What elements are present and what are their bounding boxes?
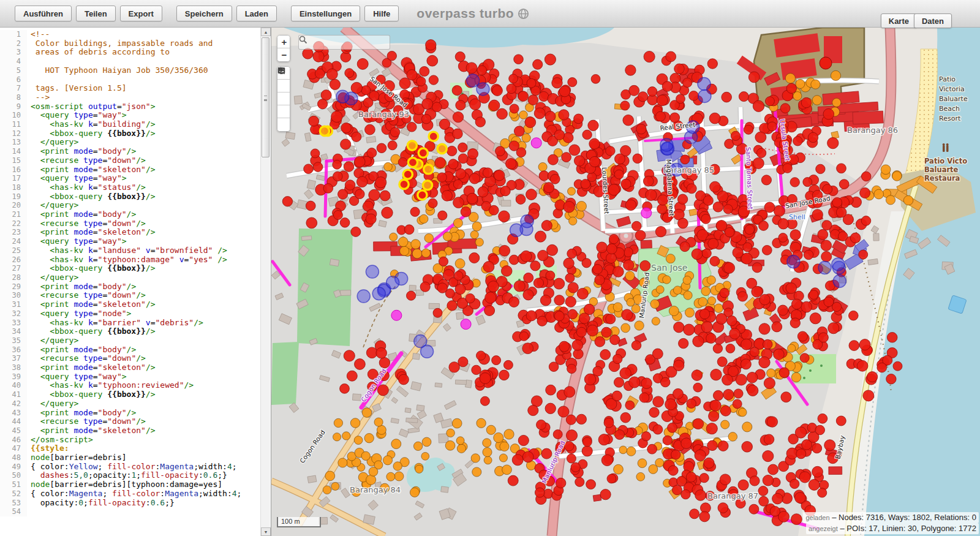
code-line[interactable]: 15 <recurse type="down"/> bbox=[0, 156, 261, 165]
marker-red bbox=[762, 246, 772, 255]
code-line[interactable]: 8 --> bbox=[0, 93, 261, 102]
code-line[interactable]: 34 <bbox-query {{bbox}}/> bbox=[0, 327, 261, 336]
marker-red bbox=[724, 262, 735, 273]
code-line[interactable]: 46</osm-script> bbox=[0, 436, 261, 445]
scrollbar-up-arrow[interactable]: ▲ bbox=[261, 28, 271, 36]
code-line[interactable]: 37 <recurse type="down"/> bbox=[0, 354, 261, 363]
code-line[interactable]: 38 <print mode="skeleton"/> bbox=[0, 363, 261, 372]
code-line[interactable]: 35 </query> bbox=[0, 336, 261, 345]
building bbox=[435, 383, 442, 387]
zoom-in-button[interactable]: + bbox=[277, 36, 290, 48]
tab-karte[interactable]: Karte bbox=[881, 13, 917, 28]
code-line[interactable]: 44 <recurse type="down"/> bbox=[0, 417, 261, 426]
marker-red bbox=[376, 348, 387, 359]
code-line[interactable]: 13 </query> bbox=[0, 138, 261, 147]
map-view[interactable]: Barangay 93Barangay 85Barangay 86Baranga… bbox=[271, 28, 980, 536]
code-line[interactable]: 4 bbox=[0, 57, 261, 66]
marker-orange bbox=[569, 217, 577, 225]
collapse-editor-button[interactable] bbox=[277, 105, 290, 118]
marker-red bbox=[624, 260, 634, 270]
code-line[interactable]: 40 <has-kv k="typhoon:reviewed"/> bbox=[0, 381, 261, 390]
marker-red bbox=[575, 477, 584, 486]
code-line[interactable]: 33 <has-kv k="barrier" v="debris"/> bbox=[0, 319, 261, 328]
code-line[interactable]: 48node[barrier=debris] bbox=[0, 453, 261, 462]
code-line[interactable]: 32 <query type="node"> bbox=[0, 309, 261, 319]
code-line[interactable]: 23 <print mode="skeleton"/> bbox=[0, 228, 261, 237]
query-editor[interactable]: 1<!--2 Color buildings, impassable roads… bbox=[0, 28, 271, 536]
code-line[interactable]: 47{{style: bbox=[0, 444, 261, 453]
code-line[interactable]: 6 bbox=[0, 75, 261, 85]
toolbar-button-laden[interactable]: Laden bbox=[236, 6, 277, 21]
code-line[interactable]: 16 <print mode="skeleton"/> bbox=[0, 165, 261, 175]
toolbar-button-ausfhren[interactable]: Ausführen bbox=[15, 6, 72, 21]
code-line[interactable]: 36 <print mode="body"/> bbox=[0, 345, 261, 355]
code-line[interactable]: 31 <print mode="skeleton"/> bbox=[0, 300, 261, 309]
code-line[interactable]: 17 <query type="way"> bbox=[0, 174, 261, 183]
code-line[interactable]: 1<!-- bbox=[0, 30, 261, 39]
abort-button[interactable] bbox=[277, 118, 290, 131]
code-line[interactable]: 51node[barrier=debris][typhoon:damage=ye… bbox=[0, 480, 261, 489]
code-line[interactable]: 2 Color buildings, impassable roads and bbox=[0, 39, 261, 48]
code-line[interactable]: 43 <print mode="body"/> bbox=[0, 409, 261, 418]
marker-red bbox=[535, 231, 546, 242]
code-line[interactable]: 27 <bbox-query {{bbox}}/> bbox=[0, 264, 261, 273]
code-line[interactable]: 41 <bbox-query {{bbox}}/> bbox=[0, 390, 261, 399]
tab-daten[interactable]: Daten bbox=[914, 13, 952, 28]
locate-button[interactable] bbox=[277, 80, 290, 92]
marker-red bbox=[546, 385, 556, 395]
export-image-button[interactable] bbox=[277, 92, 290, 105]
marker-red bbox=[722, 374, 733, 385]
code-line[interactable]: 53 opacity:0;fill-opacity:0.6;} bbox=[0, 499, 261, 508]
code-line[interactable]: 11 <has-kv k="building"/> bbox=[0, 120, 261, 129]
toolbar-button-einstellungen[interactable]: Einstellungen bbox=[291, 6, 360, 21]
map-canvas[interactable]: Barangay 93Barangay 85Barangay 86Baranga… bbox=[271, 28, 980, 536]
scrollbar-down-arrow[interactable]: ▼ bbox=[261, 527, 271, 536]
line-number: 31 bbox=[0, 300, 27, 309]
code-line[interactable]: 18 <has-kv k="status"/> bbox=[0, 183, 261, 192]
toolbar-button-teilen[interactable]: Teilen bbox=[76, 6, 116, 21]
code-line[interactable]: 54 bbox=[0, 507, 261, 516]
toolbar-button-speichern[interactable]: Speichern bbox=[176, 6, 232, 21]
code-line[interactable]: 52{ color:Magenta; fill-color:Magenta;wi… bbox=[0, 489, 261, 499]
code-line[interactable]: 28 </query> bbox=[0, 273, 261, 282]
code-line[interactable]: 20 </query> bbox=[0, 201, 261, 210]
code-line[interactable]: 24 <query type="way"> bbox=[0, 237, 261, 246]
toolbar-button-hilfe[interactable]: Hilfe bbox=[364, 6, 399, 21]
toolbar-button-export[interactable]: Export bbox=[120, 6, 162, 21]
code-line[interactable]: 10 <query type="way"> bbox=[0, 111, 261, 120]
zoom-out-button[interactable]: − bbox=[277, 48, 290, 61]
code-line[interactable]: 25 <has-kv k="landuse" v="brownfield" /> bbox=[0, 246, 261, 255]
code-line[interactable]: 29 <print mode="body"/> bbox=[0, 282, 261, 292]
search-input[interactable] bbox=[298, 35, 390, 50]
code-line[interactable]: 45 <print mode="skeleton"/> bbox=[0, 426, 261, 436]
marker-red bbox=[361, 86, 371, 95]
code-line[interactable]: 14 <print mode="body"/> bbox=[0, 147, 261, 156]
code-line[interactable]: 7 tags. [Version 1.5] bbox=[0, 84, 261, 93]
code-area[interactable]: 1<!--2 Color buildings, impassable roads… bbox=[0, 30, 261, 516]
editor-scrollbar[interactable]: ▲ ▼ bbox=[260, 28, 270, 536]
marker-red bbox=[681, 489, 690, 499]
code-line[interactable]: 39 <query type="way"> bbox=[0, 372, 261, 382]
code-line[interactable]: 30 <recurse type="down"/> bbox=[0, 291, 261, 300]
marker-red bbox=[420, 67, 429, 77]
marker-red bbox=[311, 149, 320, 158]
code-line[interactable]: 42 </query> bbox=[0, 399, 261, 409]
code-line[interactable]: 9<osm-script output="json"> bbox=[0, 102, 261, 111]
code-text: </query> bbox=[27, 273, 78, 282]
code-line[interactable]: 3 areas of debris according to bbox=[0, 48, 261, 57]
marker-orange bbox=[673, 286, 682, 295]
code-line[interactable]: 21 <print mode="body"/> bbox=[0, 210, 261, 219]
scrollbar-thumb[interactable] bbox=[262, 37, 270, 157]
marker-red bbox=[540, 295, 551, 306]
code-line[interactable]: 19 <bbox-query {{bbox}}/> bbox=[0, 192, 261, 202]
marker-red bbox=[657, 95, 668, 106]
code-line[interactable]: 22 <recurse type="down"/> bbox=[0, 219, 261, 228]
code-line[interactable]: 26 <has-kv k="typhoon:damage" v="yes" /> bbox=[0, 255, 261, 265]
code-line[interactable]: 5 HOT Typhoon Haiyan Job 350/356/360 bbox=[0, 66, 261, 75]
marker-orange bbox=[421, 249, 430, 257]
code-line[interactable]: 49{ color:Yellow; fill-color:Magenta;wid… bbox=[0, 462, 261, 472]
marker-red bbox=[809, 290, 818, 299]
code-line[interactable]: 50 dashes:5,0;opacity:1;fill-opacity:0.6… bbox=[0, 471, 261, 480]
marker-red bbox=[559, 86, 570, 97]
code-line[interactable]: 12 <bbox-query {{bbox}}/> bbox=[0, 129, 261, 138]
